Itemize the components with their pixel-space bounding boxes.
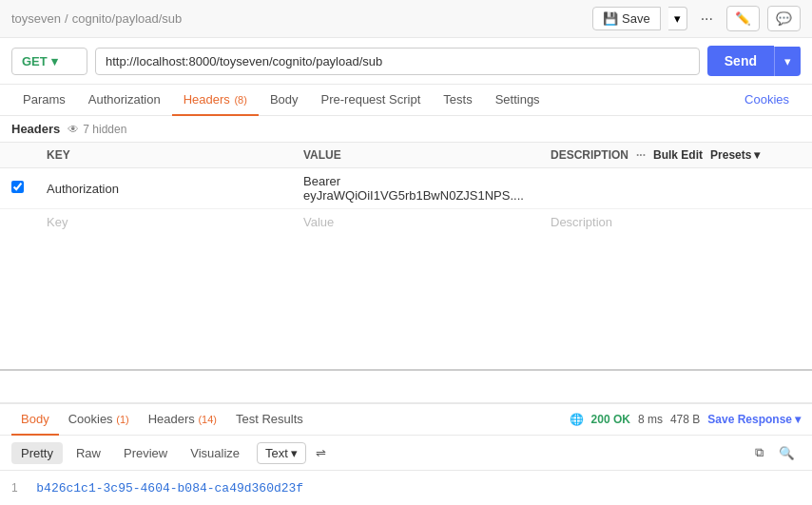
tab-body[interactable]: Body	[259, 85, 310, 116]
desc-col-header: DESCRIPTION ··· Bulk Edit Presets ▾	[539, 143, 812, 168]
copy-icon: ⧉	[755, 445, 764, 459]
breadcrumb-path: cognito/payload/sub	[72, 11, 183, 26]
status-code: 200 OK	[591, 413, 630, 426]
save-dropdown-button[interactable]: ▾	[668, 7, 687, 30]
send-dropdown-button[interactable]: ▾	[774, 47, 801, 76]
top-actions: 💾 Save ▾ ··· ✏️ 💬	[592, 6, 801, 31]
globe-icon: 🌐	[570, 413, 584, 426]
line-number: 1	[11, 481, 18, 495]
format-tab-preview[interactable]: Preview	[114, 442, 177, 464]
row-desc-cell	[539, 168, 812, 209]
resp-tab-cookies[interactable]: Cookies (1)	[59, 404, 139, 436]
response-section: Body Cookies (1) Headers (14) Test Resul…	[0, 369, 812, 505]
pencil-icon: ✏️	[735, 11, 751, 26]
url-bar: GET ▾ Send ▾	[0, 38, 812, 85]
response-body: 1 b426c1c1-3c95-4604-b084-ca49d360d23f	[0, 471, 812, 505]
wrap-icon: ⇌	[316, 446, 326, 460]
request-tabs: Params Authorization Headers (8) Body Pr…	[0, 85, 812, 116]
send-button[interactable]: Send	[707, 46, 774, 76]
wrap-lines-button[interactable]: ⇌	[310, 442, 332, 464]
value-col-header: VALUE	[292, 143, 539, 168]
breadcrumb: toyseven / cognito/payload/sub	[11, 11, 182, 26]
headers-label: Headers	[11, 122, 60, 136]
save-response-chevron-icon: ▾	[795, 413, 801, 426]
send-chevron-icon: ▾	[784, 54, 791, 68]
url-input[interactable]	[95, 48, 700, 75]
row-key-cell: Authorization	[35, 168, 292, 209]
hidden-badge: 👁 7 hidden	[68, 123, 126, 136]
row-value-cell: Bearer eyJraWQiOiI1VG5rb1BwN0ZJS1NPS....	[292, 168, 539, 209]
tab-prerequest[interactable]: Pre-request Script	[310, 85, 433, 116]
format-bar: Pretty Raw Preview Visualize Text ▾ ⇌ ⧉ …	[0, 436, 812, 471]
tab-tests[interactable]: Tests	[432, 85, 483, 116]
bulk-edit-button[interactable]: Bulk Edit	[653, 148, 703, 162]
top-bar: toyseven / cognito/payload/sub 💾 Save ▾ …	[0, 0, 812, 38]
method-select[interactable]: GET ▾	[11, 48, 87, 75]
method-chevron-icon: ▾	[51, 54, 58, 68]
cookies-link[interactable]: Cookies	[733, 85, 801, 116]
placeholder-checkbox-cell	[0, 209, 35, 236]
key-col-header: KEY	[35, 143, 292, 168]
save-icon: 💾	[603, 11, 618, 26]
resp-tab-headers[interactable]: Headers (14)	[139, 404, 226, 436]
format-select-label: Text	[265, 446, 288, 460]
row-checkbox[interactable]	[11, 181, 24, 193]
row-checkbox-cell	[0, 168, 35, 209]
copy-button[interactable]: ⧉	[749, 441, 769, 464]
placeholder-key-cell[interactable]: Key	[35, 209, 292, 236]
edit-button[interactable]: ✏️	[726, 6, 760, 31]
save-button[interactable]: 💾 Save	[592, 7, 661, 30]
resp-tab-testresults[interactable]: Test Results	[226, 404, 313, 436]
presets-button[interactable]: Presets ▾	[710, 148, 760, 162]
app-container: toyseven / cognito/payload/sub 💾 Save ▾ …	[0, 0, 812, 505]
tab-authorization[interactable]: Authorization	[77, 85, 172, 116]
method-label: GET	[22, 54, 48, 68]
desc-more-icon: ···	[636, 148, 646, 162]
tab-settings[interactable]: Settings	[484, 85, 551, 116]
save-response-button[interactable]: Save Response ▾	[707, 413, 801, 426]
table-header: KEY VALUE DESCRIPTION ··· Bulk Edit Pres…	[0, 143, 812, 168]
placeholder-value-cell[interactable]: Value	[292, 209, 539, 236]
format-tab-raw[interactable]: Raw	[67, 442, 110, 464]
format-select[interactable]: Text ▾	[257, 442, 306, 464]
headers-table: KEY VALUE DESCRIPTION ··· Bulk Edit Pres…	[0, 143, 812, 235]
search-button[interactable]: 🔍	[773, 441, 801, 464]
table-row: Authorization Bearer eyJraWQiOiI1VG5rb1B…	[0, 168, 812, 209]
workspace-name: toyseven	[11, 11, 61, 26]
format-right-actions: ⧉ 🔍	[749, 441, 801, 464]
more-options-button[interactable]: ···	[695, 7, 719, 31]
presets-chevron-icon: ▾	[754, 148, 760, 162]
search-icon: 🔍	[779, 446, 795, 460]
resp-tab-body[interactable]: Body	[11, 404, 59, 436]
chat-button[interactable]: 💬	[767, 6, 801, 31]
tab-headers[interactable]: Headers (8)	[172, 85, 259, 116]
hidden-count: 7 hidden	[83, 123, 126, 136]
row-key: Authorization	[47, 182, 119, 196]
format-tab-pretty[interactable]: Pretty	[11, 442, 63, 464]
tab-params[interactable]: Params	[11, 85, 77, 116]
response-value: b426c1c1-3c95-4604-b084-ca49d360d23f	[36, 481, 303, 495]
row-value: Bearer eyJraWQiOiI1VG5rb1BwN0ZJS1NPS....	[303, 174, 524, 203]
placeholder-row: Key Value Description	[0, 209, 812, 236]
response-time: 8 ms	[638, 413, 663, 426]
format-tab-visualize[interactable]: Visualize	[181, 442, 249, 464]
response-size: 478 B	[670, 413, 700, 426]
ellipsis-icon: ···	[701, 10, 713, 27]
headers-bar: Headers 👁 7 hidden	[0, 116, 812, 143]
comment-icon: 💬	[776, 11, 792, 26]
eye-icon: 👁	[68, 123, 79, 136]
checkbox-col-header	[0, 143, 35, 168]
chevron-down-icon: ▾	[674, 11, 681, 26]
breadcrumb-separator: /	[65, 11, 68, 26]
format-select-chevron-icon: ▾	[291, 446, 298, 460]
send-button-group: Send ▾	[707, 46, 801, 76]
response-tabs: Body Cookies (1) Headers (14) Test Resul…	[0, 402, 812, 436]
spacer	[0, 235, 812, 369]
placeholder-desc-cell[interactable]: Description	[539, 209, 812, 236]
headers-table-container: KEY VALUE DESCRIPTION ··· Bulk Edit Pres…	[0, 143, 812, 235]
response-status: 🌐 200 OK 8 ms 478 B Save Response ▾	[570, 413, 801, 426]
